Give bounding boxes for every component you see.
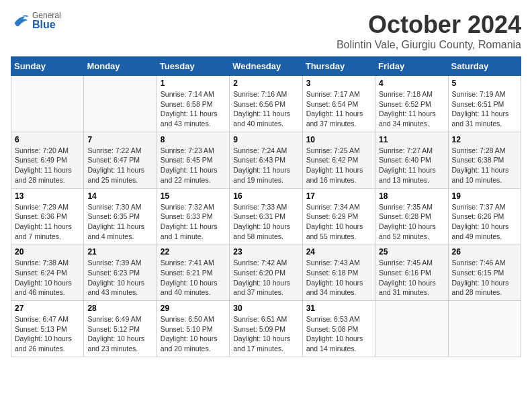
- calendar-cell: 30Sunrise: 6:51 AM Sunset: 5:09 PM Dayli…: [230, 301, 302, 357]
- calendar-cell: 3Sunrise: 7:17 AM Sunset: 6:54 PM Daylig…: [302, 76, 375, 132]
- day-info: Sunrise: 7:38 AM Sunset: 6:24 PM Dayligh…: [15, 258, 80, 298]
- calendar-cell: 14Sunrise: 7:30 AM Sunset: 6:35 PM Dayli…: [84, 188, 157, 244]
- calendar-cell: 13Sunrise: 7:29 AM Sunset: 6:36 PM Dayli…: [11, 188, 84, 244]
- day-info: Sunrise: 7:46 AM Sunset: 6:15 PM Dayligh…: [452, 258, 517, 298]
- month-title: October 2024: [337, 11, 521, 39]
- day-number: 30: [233, 304, 298, 313]
- calendar-cell: [84, 76, 157, 132]
- calendar-cell: 7Sunrise: 7:22 AM Sunset: 6:47 PM Daylig…: [84, 132, 157, 188]
- day-number: 16: [233, 191, 298, 201]
- day-number: 3: [306, 79, 371, 88]
- day-info: Sunrise: 7:16 AM Sunset: 6:56 PM Dayligh…: [233, 89, 298, 129]
- day-number: 19: [452, 191, 517, 201]
- day-number: 21: [87, 247, 152, 257]
- day-info: Sunrise: 7:34 AM Sunset: 6:29 PM Dayligh…: [306, 202, 371, 242]
- calendar-cell: 4Sunrise: 7:18 AM Sunset: 6:52 PM Daylig…: [375, 76, 448, 132]
- day-info: Sunrise: 7:39 AM Sunset: 6:23 PM Dayligh…: [87, 258, 152, 298]
- calendar-week-5: 27Sunrise: 6:47 AM Sunset: 5:13 PM Dayli…: [11, 301, 521, 357]
- day-number: 13: [15, 191, 80, 201]
- day-number: 24: [306, 247, 371, 257]
- day-info: Sunrise: 7:28 AM Sunset: 6:38 PM Dayligh…: [452, 146, 517, 185]
- logo-text: General Blue: [32, 11, 61, 31]
- calendar-cell: 12Sunrise: 7:28 AM Sunset: 6:38 PM Dayli…: [448, 132, 521, 188]
- day-number: 5: [452, 79, 517, 88]
- day-info: Sunrise: 7:20 AM Sunset: 6:49 PM Dayligh…: [15, 146, 80, 185]
- calendar-cell: [448, 301, 521, 357]
- calendar-cell: 17Sunrise: 7:34 AM Sunset: 6:29 PM Dayli…: [302, 188, 375, 244]
- day-number: 28: [87, 304, 152, 313]
- day-info: Sunrise: 7:37 AM Sunset: 6:26 PM Dayligh…: [452, 202, 517, 242]
- calendar-cell: 8Sunrise: 7:23 AM Sunset: 6:45 PM Daylig…: [157, 132, 229, 188]
- calendar-cell: 6Sunrise: 7:20 AM Sunset: 6:49 PM Daylig…: [11, 132, 84, 188]
- day-number: 12: [452, 135, 517, 144]
- day-info: Sunrise: 6:49 AM Sunset: 5:12 PM Dayligh…: [87, 314, 152, 354]
- logo: General Blue: [11, 11, 61, 31]
- calendar-cell: 25Sunrise: 7:45 AM Sunset: 6:16 PM Dayli…: [375, 244, 448, 301]
- calendar-cell: 31Sunrise: 6:53 AM Sunset: 5:08 PM Dayli…: [302, 301, 375, 357]
- page-header: General Blue October 2024 Bolintin Vale,…: [11, 11, 521, 51]
- calendar-cell: 10Sunrise: 7:25 AM Sunset: 6:42 PM Dayli…: [302, 132, 375, 188]
- day-info: Sunrise: 7:19 AM Sunset: 6:51 PM Dayligh…: [452, 89, 517, 129]
- calendar-cell: 11Sunrise: 7:27 AM Sunset: 6:40 PM Dayli…: [375, 132, 448, 188]
- day-info: Sunrise: 6:51 AM Sunset: 5:09 PM Dayligh…: [233, 314, 298, 354]
- calendar-week-4: 20Sunrise: 7:38 AM Sunset: 6:24 PM Dayli…: [11, 244, 521, 301]
- day-info: Sunrise: 7:14 AM Sunset: 6:58 PM Dayligh…: [161, 89, 226, 129]
- day-info: Sunrise: 7:45 AM Sunset: 6:16 PM Dayligh…: [379, 258, 444, 298]
- day-number: 7: [87, 135, 152, 144]
- day-number: 8: [161, 135, 226, 144]
- weekday-header-saturday: Saturday: [448, 57, 521, 76]
- day-info: Sunrise: 7:29 AM Sunset: 6:36 PM Dayligh…: [15, 202, 80, 242]
- calendar-cell: 19Sunrise: 7:37 AM Sunset: 6:26 PM Dayli…: [448, 188, 521, 244]
- calendar-cell: 21Sunrise: 7:39 AM Sunset: 6:23 PM Dayli…: [84, 244, 157, 301]
- calendar-cell: 20Sunrise: 7:38 AM Sunset: 6:24 PM Dayli…: [11, 244, 84, 301]
- day-info: Sunrise: 7:43 AM Sunset: 6:18 PM Dayligh…: [306, 258, 371, 298]
- day-info: Sunrise: 7:25 AM Sunset: 6:42 PM Dayligh…: [306, 146, 371, 185]
- calendar-cell: 15Sunrise: 7:32 AM Sunset: 6:33 PM Dayli…: [157, 188, 229, 244]
- day-info: Sunrise: 7:27 AM Sunset: 6:40 PM Dayligh…: [379, 146, 444, 185]
- calendar-cell: 9Sunrise: 7:24 AM Sunset: 6:43 PM Daylig…: [230, 132, 302, 188]
- calendar-cell: 22Sunrise: 7:41 AM Sunset: 6:21 PM Dayli…: [157, 244, 229, 301]
- weekday-header-thursday: Thursday: [302, 57, 375, 76]
- calendar-cell: 5Sunrise: 7:19 AM Sunset: 6:51 PM Daylig…: [448, 76, 521, 132]
- day-number: 1: [161, 79, 226, 88]
- calendar-week-1: 1Sunrise: 7:14 AM Sunset: 6:58 PM Daylig…: [11, 76, 521, 132]
- day-info: Sunrise: 7:22 AM Sunset: 6:47 PM Dayligh…: [87, 146, 152, 185]
- day-number: 27: [15, 304, 80, 313]
- day-info: Sunrise: 6:53 AM Sunset: 5:08 PM Dayligh…: [306, 314, 371, 354]
- day-number: 29: [161, 304, 226, 313]
- day-info: Sunrise: 7:24 AM Sunset: 6:43 PM Dayligh…: [233, 146, 298, 185]
- day-number: 15: [161, 191, 226, 201]
- day-info: Sunrise: 7:23 AM Sunset: 6:45 PM Dayligh…: [161, 146, 226, 185]
- day-number: 26: [452, 247, 517, 257]
- day-number: 6: [15, 135, 80, 144]
- day-number: 14: [87, 191, 152, 201]
- title-block: October 2024 Bolintin Vale, Giurgiu Coun…: [337, 11, 521, 51]
- logo-bird-icon: [11, 13, 30, 28]
- day-number: 18: [379, 191, 444, 201]
- logo-blue: Blue: [32, 19, 61, 31]
- day-number: 25: [379, 247, 444, 257]
- weekday-header-sunday: Sunday: [11, 57, 84, 76]
- day-number: 20: [15, 247, 80, 257]
- day-number: 22: [161, 247, 226, 257]
- weekday-header-tuesday: Tuesday: [157, 57, 229, 76]
- day-number: 10: [306, 135, 371, 144]
- calendar-cell: 26Sunrise: 7:46 AM Sunset: 6:15 PM Dayli…: [448, 244, 521, 301]
- calendar-cell: 23Sunrise: 7:42 AM Sunset: 6:20 PM Dayli…: [230, 244, 302, 301]
- calendar-cell: 24Sunrise: 7:43 AM Sunset: 6:18 PM Dayli…: [302, 244, 375, 301]
- calendar-week-2: 6Sunrise: 7:20 AM Sunset: 6:49 PM Daylig…: [11, 132, 521, 188]
- calendar-cell: 18Sunrise: 7:35 AM Sunset: 6:28 PM Dayli…: [375, 188, 448, 244]
- day-info: Sunrise: 7:42 AM Sunset: 6:20 PM Dayligh…: [233, 258, 298, 298]
- day-number: 31: [306, 304, 371, 313]
- day-info: Sunrise: 7:30 AM Sunset: 6:35 PM Dayligh…: [87, 202, 152, 242]
- calendar-week-3: 13Sunrise: 7:29 AM Sunset: 6:36 PM Dayli…: [11, 188, 521, 244]
- location-title: Bolintin Vale, Giurgiu County, Romania: [337, 39, 521, 51]
- day-number: 9: [233, 135, 298, 144]
- day-number: 23: [233, 247, 298, 257]
- weekday-header-friday: Friday: [375, 57, 448, 76]
- calendar-cell: 1Sunrise: 7:14 AM Sunset: 6:58 PM Daylig…: [157, 76, 229, 132]
- day-info: Sunrise: 7:41 AM Sunset: 6:21 PM Dayligh…: [161, 258, 226, 298]
- day-info: Sunrise: 7:32 AM Sunset: 6:33 PM Dayligh…: [161, 202, 226, 242]
- day-number: 11: [379, 135, 444, 144]
- calendar-cell: 29Sunrise: 6:50 AM Sunset: 5:10 PM Dayli…: [157, 301, 229, 357]
